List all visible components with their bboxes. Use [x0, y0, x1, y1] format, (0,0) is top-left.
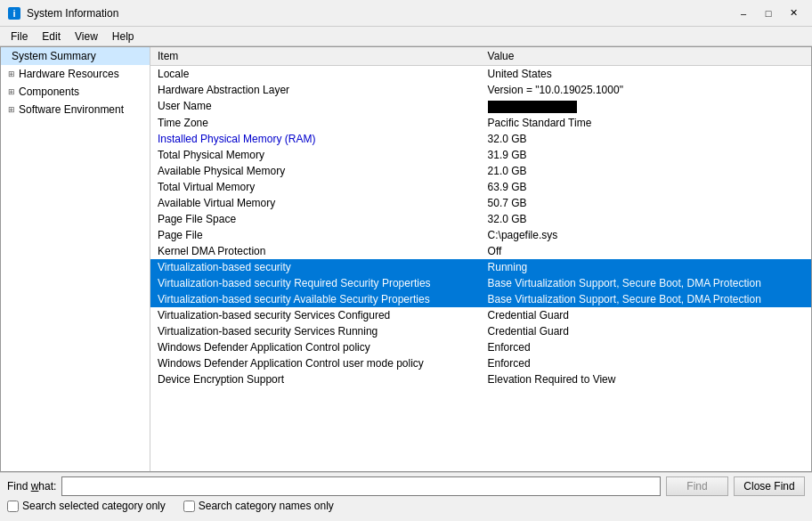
table-cell-item: Virtualization-based security Required S…: [150, 275, 481, 291]
expand-icon-components: ⊞: [8, 87, 15, 96]
sidebar: System Summary ⊞ Hardware Resources ⊞ Co…: [1, 47, 150, 471]
table-cell-value: C:\pagefile.sys: [481, 227, 811, 243]
table-cell-value: Version = "10.0.19025.1000": [481, 82, 811, 98]
table-cell-item: Virtualization-based security Services C…: [150, 307, 481, 323]
table-cell-value: Enforced: [481, 339, 811, 355]
table-cell-item: User Name: [150, 98, 481, 115]
find-input[interactable]: [61, 476, 661, 496]
table-cell-item: Windows Defender Application Control pol…: [150, 339, 481, 355]
app-icon: i: [7, 6, 21, 20]
table-row[interactable]: Device Encryption SupportElevation Requi…: [150, 371, 811, 387]
table-row[interactable]: User Name: [150, 98, 811, 115]
close-find-button[interactable]: Close Find: [734, 476, 805, 496]
table-cell-item: Total Virtual Memory: [150, 179, 481, 195]
table-cell-item: Hardware Abstraction Layer: [150, 82, 481, 98]
table-cell-item: Virtualization-based security Services R…: [150, 323, 481, 339]
table-row[interactable]: Virtualization-based securityRunning: [150, 259, 811, 275]
table-row[interactable]: Total Physical Memory31.9 GB: [150, 147, 811, 163]
menu-view[interactable]: View: [68, 28, 105, 45]
table-cell-item: Installed Physical Memory (RAM): [150, 131, 481, 147]
table-row[interactable]: Time ZonePacific Standard Time: [150, 115, 811, 131]
table-row[interactable]: Windows Defender Application Control use…: [150, 355, 811, 371]
col-header-item: Item: [150, 47, 481, 66]
expand-icon-software-environment: ⊞: [8, 105, 15, 114]
data-table: Item Value LocaleUnited StatesHardware A…: [150, 47, 811, 387]
sidebar-item-hardware-resources[interactable]: ⊞ Hardware Resources: [1, 65, 150, 83]
table-cell-item: Locale: [150, 66, 481, 83]
expand-icon-hardware-resources: ⊞: [8, 69, 15, 78]
table-cell-item: Total Physical Memory: [150, 147, 481, 163]
sidebar-item-software-environment[interactable]: ⊞ Software Environment: [1, 101, 150, 118]
table-cell-value: [481, 98, 811, 115]
table-cell-item: Available Virtual Memory: [150, 195, 481, 211]
table-cell-item: Virtualization-based security: [150, 259, 481, 275]
table-cell-item: Device Encryption Support: [150, 371, 481, 387]
table-row[interactable]: Total Virtual Memory63.9 GB: [150, 179, 811, 195]
table-row[interactable]: Windows Defender Application Control pol…: [150, 339, 811, 355]
table-cell-item: Page File: [150, 227, 481, 243]
table-row[interactable]: Hardware Abstraction LayerVersion = "10.…: [150, 82, 811, 98]
find-label: Find what:: [7, 480, 56, 493]
table-row[interactable]: Available Virtual Memory50.7 GB: [150, 195, 811, 211]
table-cell-value: 63.9 GB: [481, 179, 811, 195]
table-row[interactable]: LocaleUnited States: [150, 66, 811, 83]
search-selected-text: Search selected category only: [22, 500, 166, 512]
minimize-button[interactable]: –: [732, 4, 755, 22]
menu-edit[interactable]: Edit: [35, 28, 68, 45]
table-cell-value: Enforced: [481, 355, 811, 371]
table-cell-value: 31.9 GB: [481, 147, 811, 163]
table-row[interactable]: Virtualization-based security Required S…: [150, 275, 811, 291]
table-cell-value: Elevation Required to View: [481, 371, 811, 387]
menu-help[interactable]: Help: [105, 28, 142, 45]
redacted-value: [488, 101, 577, 113]
table-cell-item: Available Physical Memory: [150, 163, 481, 179]
close-button[interactable]: ✕: [782, 4, 805, 22]
bottom-area: Find what: Find Close Find Search select…: [0, 472, 812, 521]
table-cell-item: Virtualization-based security Available …: [150, 291, 481, 307]
table-cell-value: 21.0 GB: [481, 163, 811, 179]
table-cell-item: Kernel DMA Protection: [150, 243, 481, 259]
table-row[interactable]: Available Physical Memory21.0 GB: [150, 163, 811, 179]
table-cell-value: Running: [481, 259, 811, 275]
table-cell-value: 32.0 GB: [481, 131, 811, 147]
sidebar-item-components[interactable]: ⊞ Components: [1, 83, 150, 101]
search-names-checkbox[interactable]: [183, 501, 195, 512]
table-row[interactable]: Installed Physical Memory (RAM)32.0 GB: [150, 131, 811, 147]
svg-text:i: i: [12, 8, 15, 19]
window-title: System Information: [27, 7, 732, 20]
table-row[interactable]: Virtualization-based security Services C…: [150, 307, 811, 323]
col-header-value: Value: [481, 47, 811, 66]
sidebar-item-system-summary[interactable]: System Summary: [1, 47, 150, 65]
table-cell-value: Credential Guard: [481, 323, 811, 339]
table-cell-value: Base Virtualization Support, Secure Boot…: [481, 291, 811, 307]
find-row: Find what: Find Close Find: [7, 476, 805, 496]
table-row[interactable]: Virtualization-based security Services R…: [150, 323, 811, 339]
table-row[interactable]: Page FileC:\pagefile.sys: [150, 227, 811, 243]
table-row[interactable]: Page File Space32.0 GB: [150, 211, 811, 227]
table-cell-value: United States: [481, 66, 811, 83]
table-cell-value: Credential Guard: [481, 307, 811, 323]
search-selected-checkbox[interactable]: [7, 501, 19, 512]
table-cell-item: Time Zone: [150, 115, 481, 131]
search-names-label[interactable]: Search category names only: [183, 500, 334, 512]
table-cell-value: Base Virtualization Support, Secure Boot…: [481, 275, 811, 291]
search-names-text: Search category names only: [199, 500, 334, 512]
table-cell-value: 50.7 GB: [481, 195, 811, 211]
table-cell-value: Off: [481, 243, 811, 259]
title-bar: i System Information – □ ✕: [0, 0, 812, 27]
menu-file[interactable]: File: [4, 28, 35, 45]
main-content: System Summary ⊞ Hardware Resources ⊞ Co…: [0, 46, 812, 472]
find-button[interactable]: Find: [666, 476, 728, 496]
content-area[interactable]: Item Value LocaleUnited StatesHardware A…: [150, 47, 811, 471]
table-row[interactable]: Virtualization-based security Available …: [150, 291, 811, 307]
search-selected-label[interactable]: Search selected category only: [7, 500, 166, 512]
checkbox-row: Search selected category only Search cat…: [7, 500, 805, 512]
table-cell-value: 32.0 GB: [481, 211, 811, 227]
table-cell-item: Page File Space: [150, 211, 481, 227]
maximize-button[interactable]: □: [757, 4, 780, 22]
window-controls: – □ ✕: [732, 4, 805, 22]
table-cell-value: Pacific Standard Time: [481, 115, 811, 131]
menu-bar: File Edit View Help: [0, 27, 812, 46]
table-row[interactable]: Kernel DMA ProtectionOff: [150, 243, 811, 259]
table-cell-item: Windows Defender Application Control use…: [150, 355, 481, 371]
